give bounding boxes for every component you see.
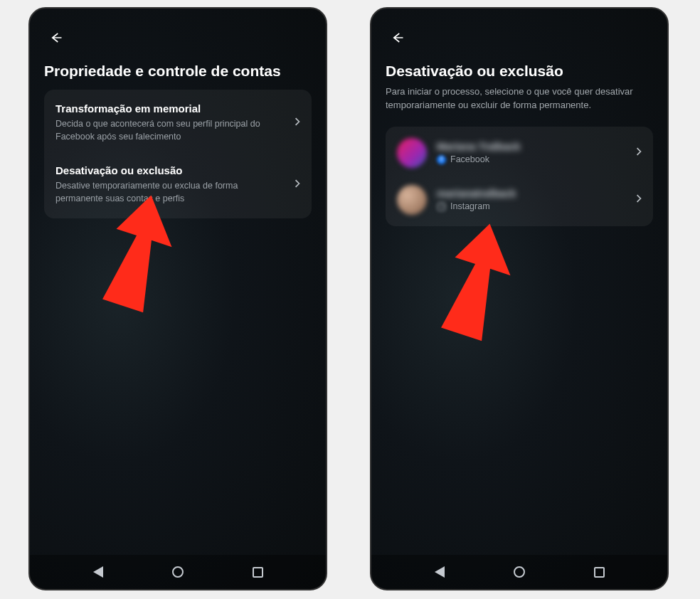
chevron-right-icon bbox=[295, 117, 300, 129]
back-arrow-icon bbox=[391, 31, 404, 44]
phone-left: Propriedade e controle de contas Transfo… bbox=[28, 7, 327, 590]
option-text: Transformação em memorial Decida o que a… bbox=[55, 102, 295, 143]
svg-marker-1 bbox=[433, 222, 521, 343]
nav-recent-button[interactable] bbox=[590, 563, 608, 581]
page-title: Desativação ou exclusão bbox=[386, 63, 653, 80]
option-desc: Decida o que acontecerá com seu perfil p… bbox=[55, 117, 287, 143]
facebook-icon: f bbox=[437, 155, 446, 164]
option-memorial[interactable]: Transformação em memorial Decida o que a… bbox=[44, 92, 312, 153]
avatar bbox=[397, 185, 427, 215]
nav-back-button[interactable] bbox=[431, 563, 448, 581]
back-button[interactable] bbox=[386, 26, 410, 50]
account-text: Mariana Tralback f Facebook bbox=[437, 141, 636, 164]
annotation-arrow bbox=[428, 222, 521, 343]
phone-right: Desativação ou exclusão Para iniciar o p… bbox=[370, 7, 669, 590]
accounts-card: Mariana Tralback f Facebook marianatralb… bbox=[386, 127, 653, 226]
screen-content-left: Propriedade e controle de contas Transfo… bbox=[30, 9, 326, 555]
page-title: Propriedade e controle de contas bbox=[44, 63, 312, 80]
avatar bbox=[397, 138, 427, 168]
nav-home-button[interactable] bbox=[511, 563, 528, 581]
nav-recent-button[interactable] bbox=[249, 563, 266, 581]
android-navbar bbox=[371, 555, 667, 589]
option-deactivate[interactable]: Desativação ou exclusão Desative tempora… bbox=[44, 154, 312, 215]
account-platform: f Facebook bbox=[437, 154, 636, 164]
screen-content-right: Desativação ou exclusão Para iniciar o p… bbox=[371, 9, 667, 555]
account-instagram[interactable]: marianatralback Instagram bbox=[386, 176, 653, 223]
option-text: Desativação ou exclusão Desative tempora… bbox=[55, 164, 295, 205]
instagram-icon bbox=[437, 202, 446, 211]
account-facebook[interactable]: Mariana Tralback f Facebook bbox=[386, 129, 653, 176]
chevron-right-icon bbox=[636, 147, 642, 159]
account-platform: Instagram bbox=[437, 201, 636, 211]
back-button[interactable] bbox=[44, 26, 68, 50]
platform-label: Facebook bbox=[450, 154, 489, 164]
platform-label: Instagram bbox=[450, 201, 490, 211]
android-navbar bbox=[30, 555, 326, 589]
chevron-right-icon bbox=[295, 179, 300, 191]
page-description: Para iniciar o processo, selecione o que… bbox=[386, 85, 653, 112]
account-name: Mariana Tralback bbox=[437, 141, 636, 152]
option-title: Transformação em memorial bbox=[55, 102, 287, 115]
chevron-right-icon bbox=[636, 194, 642, 206]
option-desc: Desative temporariamente ou exclua de fo… bbox=[55, 179, 287, 205]
options-card: Transformação em memorial Decida o que a… bbox=[44, 90, 312, 218]
option-title: Desativação ou exclusão bbox=[55, 164, 287, 176]
nav-home-button[interactable] bbox=[169, 563, 186, 581]
account-name: marianatralback bbox=[437, 188, 636, 199]
account-text: marianatralback Instagram bbox=[437, 188, 636, 211]
nav-back-button[interactable] bbox=[90, 563, 107, 581]
back-arrow-icon bbox=[50, 31, 63, 44]
